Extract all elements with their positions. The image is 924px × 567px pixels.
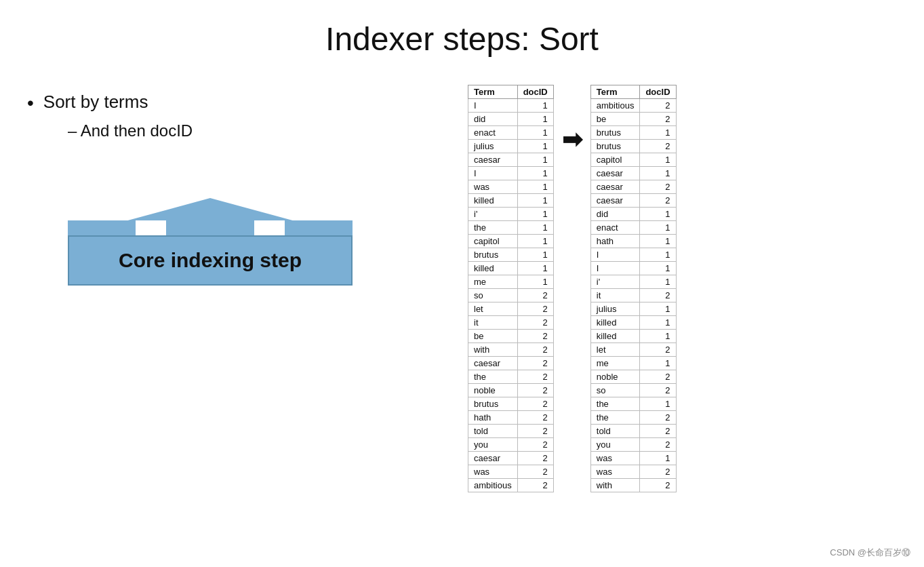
- cell-term: told: [468, 425, 518, 438]
- cell-docid: 1: [517, 275, 553, 289]
- bullet-dot: •: [27, 92, 34, 115]
- cell-docid: 1: [517, 221, 553, 235]
- table-row: I1: [590, 262, 676, 275]
- cell-docid: 1: [640, 167, 676, 180]
- table-row: me1: [468, 275, 554, 289]
- cell-docid: 1: [640, 397, 676, 411]
- cell-docid: 1: [640, 126, 676, 140]
- cell-docid: 2: [517, 289, 553, 302]
- cell-docid: 2: [517, 479, 553, 492]
- cell-docid: 2: [640, 479, 676, 492]
- cell-term: it: [468, 316, 518, 330]
- cell-docid: 2: [517, 438, 553, 452]
- table-row: was1: [468, 180, 554, 194]
- cell-term: it: [590, 289, 640, 302]
- table-row: noble2: [590, 370, 676, 384]
- table-row: ambitious2: [468, 479, 554, 492]
- cell-term: brutus: [590, 140, 640, 153]
- cell-term: caesar: [590, 167, 640, 180]
- table-row: was2: [468, 465, 554, 479]
- cell-term: i': [468, 208, 518, 221]
- cell-term: caesar: [590, 194, 640, 208]
- cell-term: killed: [590, 330, 640, 343]
- bullet-label: Sort by terms: [43, 92, 148, 113]
- cell-term: was: [590, 452, 640, 465]
- cell-term: I: [590, 262, 640, 275]
- table-row: was1: [590, 452, 676, 465]
- table-row: with2: [468, 343, 554, 357]
- table-row: be2: [468, 330, 554, 343]
- table-row: caesar2: [468, 357, 554, 370]
- cell-term: the: [590, 411, 640, 425]
- table-row: I1: [468, 167, 554, 180]
- cell-docid: 1: [640, 221, 676, 235]
- cell-docid: 1: [517, 99, 553, 113]
- table-row: julius1: [590, 302, 676, 316]
- cell-docid: 1: [640, 208, 676, 221]
- table-row: the1: [468, 221, 554, 235]
- table-row: let2: [468, 302, 554, 316]
- table-row: brutus2: [590, 140, 676, 153]
- cell-docid: 1: [517, 180, 553, 194]
- cell-term: caesar: [468, 452, 518, 465]
- cell-term: enact: [468, 126, 518, 140]
- cell-term: told: [590, 425, 640, 438]
- cell-term: was: [590, 465, 640, 479]
- cell-term: let: [468, 302, 518, 316]
- notch-right: [254, 220, 285, 235]
- cell-docid: 1: [640, 275, 676, 289]
- table-row: the1: [590, 397, 676, 411]
- right-table-header-docid: docID: [640, 85, 676, 99]
- cell-term: capitol: [590, 153, 640, 167]
- arrow-top: [68, 195, 353, 235]
- table-row: I1: [590, 248, 676, 262]
- cell-docid: 2: [640, 465, 676, 479]
- cell-docid: 2: [517, 330, 553, 343]
- cell-term: did: [468, 113, 518, 126]
- table-row: did1: [468, 113, 554, 126]
- left-panel: • Sort by terms – And then docID Core in…: [27, 78, 468, 492]
- table-row: told2: [468, 425, 554, 438]
- cell-docid: 2: [517, 465, 553, 479]
- cell-docid: 1: [640, 330, 676, 343]
- table-row: noble2: [468, 384, 554, 397]
- cell-docid: 1: [517, 248, 553, 262]
- cell-docid: 1: [640, 357, 676, 370]
- cell-docid: 1: [640, 248, 676, 262]
- cell-docid: 1: [517, 153, 553, 167]
- cell-docid: 2: [517, 316, 553, 330]
- table-row: caesar2: [590, 194, 676, 208]
- cell-docid: 2: [640, 343, 676, 357]
- cell-term: be: [590, 113, 640, 126]
- table-row: be2: [590, 113, 676, 126]
- left-table-header-term: Term: [468, 85, 518, 99]
- table-row: let2: [590, 343, 676, 357]
- cell-term: so: [590, 384, 640, 397]
- table-row: so2: [468, 289, 554, 302]
- cell-docid: 2: [517, 452, 553, 465]
- table-row: me1: [590, 357, 676, 370]
- bullet-sort-terms: • Sort by terms: [27, 92, 468, 115]
- cell-docid: 2: [640, 194, 676, 208]
- notch-left: [136, 220, 166, 235]
- right-panel: Term docID I1did1enact1julius1caesar1I1w…: [468, 78, 897, 492]
- table-row: enact1: [590, 221, 676, 235]
- sub-bullet-docid: – And then docID: [68, 121, 468, 140]
- right-table-header-term: Term: [590, 85, 640, 99]
- cell-docid: 1: [640, 316, 676, 330]
- cell-docid: 1: [640, 262, 676, 275]
- table-row: i'1: [590, 275, 676, 289]
- left-table-wrapper: Term docID I1did1enact1julius1caesar1I1w…: [468, 85, 554, 492]
- cell-term: the: [468, 221, 518, 235]
- table-row: it2: [468, 316, 554, 330]
- cell-term: noble: [590, 370, 640, 384]
- table-row: it2: [590, 289, 676, 302]
- table-row: hath2: [468, 411, 554, 425]
- cell-docid: 2: [517, 357, 553, 370]
- table-row: hath1: [590, 235, 676, 248]
- cell-docid: 2: [640, 411, 676, 425]
- table-row: brutus2: [468, 397, 554, 411]
- cell-term: ambitious: [468, 479, 518, 492]
- cell-docid: 1: [517, 194, 553, 208]
- table-row: ambitious2: [590, 99, 676, 113]
